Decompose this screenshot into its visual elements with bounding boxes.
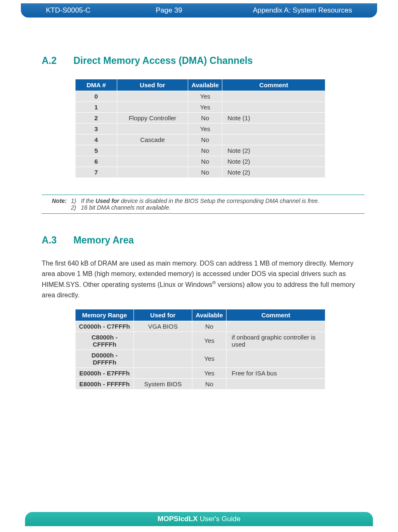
mem-cell-range: C8000h - CFFFFh [76, 332, 134, 350]
table-row: E8000h - FFFFFhSystem BIOSNo [76, 378, 325, 389]
table-row: 2Floppy ControllerNoNote (1) [76, 113, 325, 124]
note-label: Note: [42, 198, 71, 211]
dma-table: DMA # Used for Available Comment 0Yes1Ye… [75, 79, 325, 178]
table-row: 1Yes [76, 102, 325, 113]
dma-cell-avail: No [188, 167, 222, 178]
dma-cell-used: Floppy Controller [117, 113, 188, 124]
dma-cell-avail: Yes [188, 102, 222, 113]
dma-cell-num: 1 [76, 102, 117, 113]
dma-col-header-comment: Comment [222, 79, 325, 91]
footer-product: MOPSlcdLX [158, 515, 198, 523]
note-1-bold: Used for [96, 198, 119, 204]
dma-cell-comment [222, 124, 325, 134]
section-a2-title: Direct Memory Access (DMA) Channels [73, 55, 253, 66]
mem-cell-comment [227, 321, 325, 332]
dma-cell-avail: Yes [188, 91, 222, 102]
dma-cell-used [117, 91, 188, 102]
dma-cell-comment: Note (2) [222, 145, 325, 156]
mem-cell-range: C0000h - C7FFFh [76, 321, 134, 332]
dma-cell-num: 5 [76, 145, 117, 156]
note-1-post: device is disabled in the BIOS Setup the… [119, 198, 320, 204]
dma-cell-used [117, 124, 188, 134]
footer-rest: User's Guide [198, 515, 240, 523]
section-a3-number: A.3 [42, 235, 73, 246]
page-body: A.2 Direct Memory Access (DMA) Channels … [0, 18, 398, 390]
dma-cell-avail: Yes [188, 124, 222, 134]
section-a3-paragraph: The first 640 kB of DRAM are used as mai… [42, 258, 365, 301]
dma-cell-comment: Note (2) [222, 156, 325, 167]
mem-cell-range: E0000h - E7FFFh [76, 367, 134, 378]
mem-col-header-used: Used for [134, 309, 192, 321]
dma-cell-comment [222, 102, 325, 113]
section-a2-number: A.2 [42, 55, 73, 66]
table-row: 6NoNote (2) [76, 156, 325, 167]
dma-cell-avail: No [188, 145, 222, 156]
page-number: Page 39 [138, 6, 200, 15]
dma-col-header-used: Used for [117, 79, 188, 91]
note-line-2: 2) 16 bit DMA channels not available. [71, 204, 365, 211]
mem-cell-avail: No [192, 321, 227, 332]
dma-cell-num: 4 [76, 134, 117, 145]
dma-cell-comment: Note (1) [222, 113, 325, 124]
mem-cell-comment: Free for ISA bus [227, 367, 325, 378]
mem-col-header-avail: Available [192, 309, 227, 321]
dma-cell-num: 6 [76, 156, 117, 167]
mem-cell-comment [227, 350, 325, 367]
section-a2-heading: A.2 Direct Memory Access (DMA) Channels [42, 55, 365, 66]
dma-col-header-dma: DMA # [76, 79, 117, 91]
note-line-1: 1) If the Used for device is disabled in… [71, 198, 365, 204]
appendix-title: Appendix A: System Resources [200, 6, 352, 15]
note-1-text: If the Used for device is disabled in th… [81, 198, 319, 204]
dma-cell-used [117, 156, 188, 167]
table-row: E0000h - E7FFFhYesFree for ISA bus [76, 367, 325, 378]
dma-cell-avail: No [188, 134, 222, 145]
dma-cell-used [117, 167, 188, 178]
dma-cell-num: 0 [76, 91, 117, 102]
dma-cell-used [117, 102, 188, 113]
mem-cell-avail: Yes [192, 332, 227, 350]
dma-cell-avail: No [188, 113, 222, 124]
dma-table-header-row: DMA # Used for Available Comment [76, 79, 325, 91]
mem-cell-avail: Yes [192, 350, 227, 367]
note-block: Note: 1) If the Used for device is disab… [42, 195, 365, 214]
dma-cell-comment [222, 134, 325, 145]
table-row: 0Yes [76, 91, 325, 102]
section-a3-heading: A.3 Memory Area [42, 235, 365, 246]
mem-cell-used: System BIOS [134, 378, 192, 389]
table-row: 3Yes [76, 124, 325, 134]
mem-cell-comment [227, 378, 325, 389]
page-footer: MOPSlcdLX User's Guide [25, 512, 373, 526]
note-2-text: 16 bit DMA channels not available. [81, 204, 171, 211]
mem-cell-used [134, 367, 192, 378]
mem-cell-comment: if onboard graphic controller is used [227, 332, 325, 350]
mem-cell-used [134, 332, 192, 350]
note-1-num: 1) [71, 198, 81, 204]
dma-cell-num: 2 [76, 113, 117, 124]
table-row: C0000h - C7FFFhVGA BIOSNo [76, 321, 325, 332]
table-row: 5NoNote (2) [76, 145, 325, 156]
dma-cell-num: 3 [76, 124, 117, 134]
doc-id: KTD-S0005-C [46, 6, 138, 15]
dma-cell-used [117, 145, 188, 156]
table-row: 4CascadeNo [76, 134, 325, 145]
note-2-num: 2) [71, 204, 81, 211]
mem-cell-used: VGA BIOS [134, 321, 192, 332]
note-lines: 1) If the Used for device is disabled in… [71, 198, 365, 211]
table-row: D0000h - DFFFFhYes [76, 350, 325, 367]
table-row: C8000h - CFFFFhYesif onboard graphic con… [76, 332, 325, 350]
dma-cell-comment [222, 91, 325, 102]
note-1-pre: If the [81, 198, 96, 204]
dma-cell-num: 7 [76, 167, 117, 178]
mem-cell-range: D0000h - DFFFFh [76, 350, 134, 367]
table-row: 7NoNote (2) [76, 167, 325, 178]
mem-cell-avail: No [192, 378, 227, 389]
dma-cell-avail: No [188, 156, 222, 167]
mem-cell-avail: Yes [192, 367, 227, 378]
dma-cell-used: Cascade [117, 134, 188, 145]
mem-col-header-range: Memory Range [76, 309, 134, 321]
dma-col-header-avail: Available [188, 79, 222, 91]
memory-table: Memory Range Used for Available Comment … [75, 309, 325, 390]
dma-cell-comment: Note (2) [222, 167, 325, 178]
mem-cell-range: E8000h - FFFFFh [76, 378, 134, 389]
page-header: KTD-S0005-C Page 39 Appendix A: System R… [21, 3, 377, 18]
